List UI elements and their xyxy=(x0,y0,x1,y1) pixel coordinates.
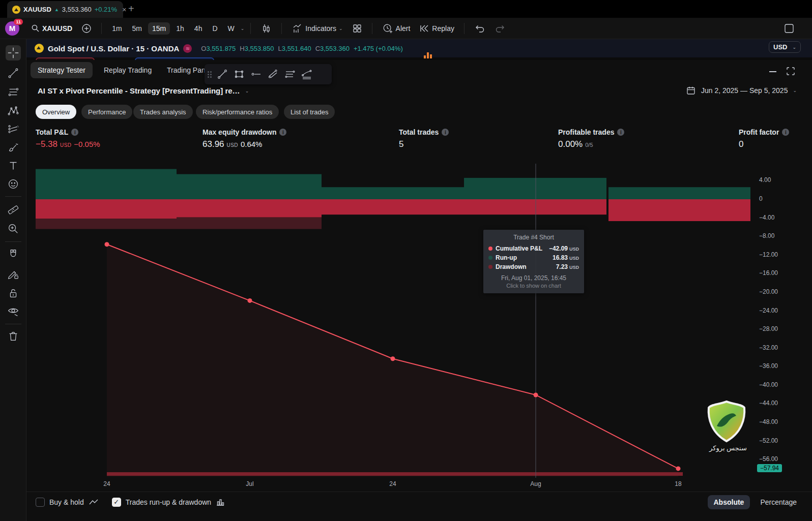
measure-ruler-tool[interactable] xyxy=(6,202,21,217)
tab-close-icon[interactable]: × xyxy=(122,6,126,14)
timeframe-1h[interactable]: 1h xyxy=(172,22,188,35)
trade-tooltip[interactable]: Trade #4 Short Cumulative P&L −42.09USD … xyxy=(483,230,584,293)
view-tab-list-of-trades[interactable]: List of trades xyxy=(284,105,335,119)
buy-hold-toggle[interactable]: Buy & hold xyxy=(36,498,99,507)
change-value: +1.475 (+0.04%) xyxy=(354,45,403,52)
view-tab-performance[interactable]: Performance xyxy=(81,105,132,119)
fib-retracement-tool[interactable] xyxy=(6,84,21,100)
layout-grid-icon[interactable] xyxy=(349,21,366,36)
remove-drawings-tool[interactable] xyxy=(6,329,21,344)
last-value-badge: −57.94 xyxy=(757,464,782,472)
timeframe-5m[interactable]: 5m xyxy=(128,22,146,35)
panel-minimize-icon[interactable] xyxy=(769,71,776,72)
undo-icon[interactable] xyxy=(471,22,489,35)
ohlc-values: O3,551.875 H3,553.850 L3,551.640 C3,553.… xyxy=(201,45,402,52)
new-tab-button[interactable]: + xyxy=(128,4,134,13)
projection-tool[interactable] xyxy=(6,121,21,137)
x-axis-tick: 24 xyxy=(103,480,110,487)
overview-chart[interactable] xyxy=(36,164,750,480)
oanda-broker-icon[interactable]: ≋ xyxy=(183,44,192,53)
timeframe-chevron-icon[interactable]: ⌄ xyxy=(241,26,245,31)
magnet-tool[interactable] xyxy=(6,247,21,262)
toolbar-separator xyxy=(101,23,102,34)
info-icon[interactable]: i xyxy=(782,129,789,136)
view-tab-trades-analysis[interactable]: Trades analysis xyxy=(133,105,193,119)
text-tool[interactable] xyxy=(6,158,21,173)
zoom-in-tool[interactable] xyxy=(6,221,21,236)
view-tab-risk-ratios[interactable]: Risk/performance ratios xyxy=(196,105,279,119)
symbol-name[interactable]: Gold Spot / U.S. Dollar · 15 · OANDA xyxy=(48,44,179,53)
fullscreen-icon[interactable] xyxy=(784,23,795,34)
tab-replay-trading[interactable]: Replay Trading xyxy=(97,62,159,78)
deep-drawdown-bar xyxy=(36,219,177,229)
run-up-bar xyxy=(177,174,322,199)
replay-button[interactable]: Replay xyxy=(416,21,458,36)
toolbar-separator xyxy=(250,23,251,34)
trades-checkbox[interactable]: ✓ xyxy=(112,498,121,507)
timeframe-4h[interactable]: 4h xyxy=(190,22,207,35)
avatar[interactable]: M 11 xyxy=(5,21,19,36)
emoji-tool[interactable] xyxy=(6,176,21,192)
data-point xyxy=(676,466,681,471)
lock-all-tool[interactable] xyxy=(6,286,21,301)
parallel-channel-icon[interactable] xyxy=(267,68,279,80)
timeframe-D[interactable]: D xyxy=(208,22,221,35)
indicators-button[interactable]: Indicators ⌄ xyxy=(288,21,346,36)
chart-volume-peek xyxy=(424,52,432,58)
trend-line-tool[interactable] xyxy=(6,66,21,81)
data-point xyxy=(105,242,109,247)
strategy-chevron-icon[interactable]: ⌄ xyxy=(245,88,249,94)
currency-selector[interactable]: USD ⌄ xyxy=(769,41,801,53)
panel-expand-icon[interactable] xyxy=(786,66,796,76)
y-axis-tick: −48.00 xyxy=(759,418,778,425)
stat-total-pnl: Total P&Li −5.38USD−0.05% xyxy=(36,128,100,149)
replay-rewind-icon xyxy=(419,23,429,34)
info-icon[interactable]: i xyxy=(71,129,78,136)
info-icon[interactable]: i xyxy=(442,129,449,136)
toolbar-separator xyxy=(372,23,372,34)
absolute-mode-button[interactable]: Absolute xyxy=(708,495,750,509)
rectangle-icon[interactable] xyxy=(233,68,245,80)
redo-icon[interactable] xyxy=(491,22,509,35)
x-axis-tick: 24 xyxy=(389,480,396,487)
alert-button[interactable]: Alert xyxy=(379,21,414,36)
y-axis[interactable]: −57.94 4.000−4.00−8.00−12.00−16.00−20.00… xyxy=(753,164,810,489)
trades-runup-drawdown-toggle[interactable]: ✓ Trades run-up & drawdown xyxy=(112,498,225,507)
fib-lines-icon[interactable] xyxy=(283,68,296,80)
drawing-lock-tool[interactable] xyxy=(6,266,21,282)
panel-footer: Buy & hold ✓ Trades run-up & drawdown Ab… xyxy=(26,492,812,512)
browser-tab[interactable]: XAUUSD ▲ 3,553.360 +0.21% × xyxy=(7,1,123,18)
floating-drawing-toolbar[interactable] xyxy=(205,64,332,84)
trend-line-icon[interactable] xyxy=(216,68,228,80)
timeframe-W[interactable]: W xyxy=(224,22,239,35)
symbol-search-button[interactable]: XAUUSD xyxy=(27,22,76,35)
x-axis[interactable]: 24Jul24Aug18 xyxy=(36,480,750,489)
candles-style-icon[interactable] xyxy=(257,21,275,36)
drag-handle[interactable] xyxy=(208,71,212,78)
y-axis-tick: −32.00 xyxy=(759,344,778,351)
pattern-tool[interactable] xyxy=(6,103,21,118)
percentage-mode-button[interactable]: Percentage xyxy=(754,495,803,509)
info-icon[interactable]: i xyxy=(617,129,624,136)
buy-hold-checkbox[interactable] xyxy=(36,498,45,507)
drawdown-bar xyxy=(464,199,606,214)
y-axis-tick: −4.00 xyxy=(759,214,774,221)
horizontal-ray-icon[interactable] xyxy=(250,68,262,80)
brush-tool[interactable] xyxy=(6,140,21,155)
run-up-bar xyxy=(322,187,464,199)
date-range-picker[interactable]: Jun 2, 2025 — Sep 5, 2025 ⌄ xyxy=(686,85,797,96)
tooltip-row: Run-up 16.83USD xyxy=(488,254,579,261)
crosshair-tool[interactable] xyxy=(6,45,21,60)
up-triangle-icon: ▲ xyxy=(54,7,59,12)
close-value: 3,553.360 xyxy=(320,45,350,52)
timeframe-15m[interactable]: 15m xyxy=(148,22,170,35)
hide-drawings-tool[interactable] xyxy=(6,304,21,319)
info-icon[interactable]: i xyxy=(279,129,286,136)
compare-add-icon[interactable] xyxy=(78,21,95,36)
timeframe-1m[interactable]: 1m xyxy=(108,22,126,35)
view-tab-overview[interactable]: Overview xyxy=(36,105,76,119)
strategy-title[interactable]: AI ST x Pivot Percentile - Strategy [Pre… xyxy=(38,86,240,95)
currency-chevron-icon: ⌄ xyxy=(792,45,796,50)
tab-strategy-tester[interactable]: Strategy Tester xyxy=(31,62,93,78)
pitchfork-icon[interactable] xyxy=(300,68,312,80)
